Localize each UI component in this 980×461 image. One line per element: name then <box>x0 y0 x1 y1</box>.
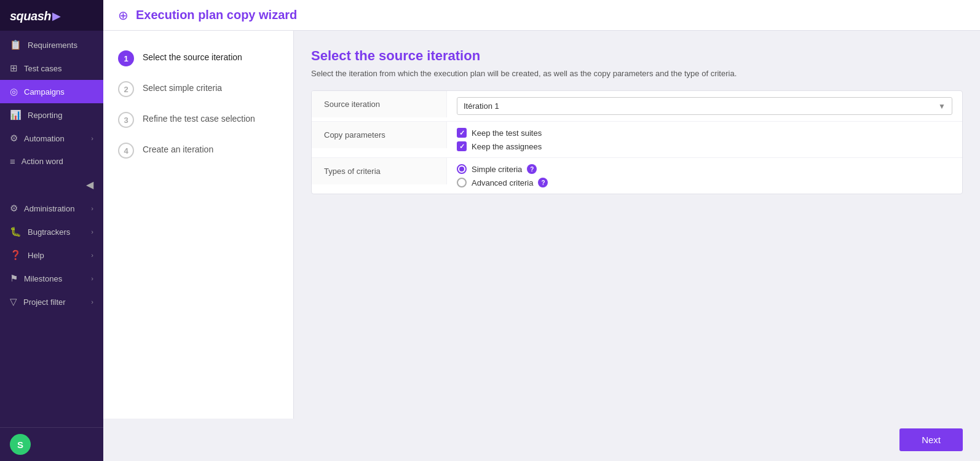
project-filter-icon: ▽ <box>10 296 17 307</box>
bugtrackers-arrow: › <box>91 228 93 235</box>
wizard-footer: Next <box>103 419 980 461</box>
sidebar-item-help[interactable]: ❓ Help › <box>0 243 103 267</box>
keep-test-suites-checkbox[interactable] <box>457 128 467 138</box>
wizard-header: Select the source iteration Select the i… <box>311 48 963 90</box>
sidebar-item-requirements[interactable]: 📋 Requirements <box>0 33 103 57</box>
action-word-icon: ≡ <box>10 156 15 167</box>
requirements-icon: 📋 <box>10 39 22 50</box>
logo-area: squash ▶ <box>0 0 103 31</box>
main-area: ⊕ Execution plan copy wizard 1 Select th… <box>103 0 980 461</box>
sidebar-item-administration[interactable]: ⚙ Administration › <box>0 197 103 220</box>
source-iteration-row: Source iteration Itération 1 ▼ <box>312 91 962 122</box>
sidebar-bottom: S <box>0 427 103 461</box>
milestones-icon: ⚑ <box>10 273 18 284</box>
sidebar-item-automation[interactable]: ⚙ Automation › <box>0 127 103 150</box>
sidebar-item-action-word[interactable]: ≡ Action word <box>0 150 103 173</box>
campaigns-icon: ◎ <box>10 86 18 97</box>
wizard-section-title: Select the source iteration <box>311 48 963 64</box>
keep-assignees-label: Keep the assignees <box>472 142 542 151</box>
help-arrow: › <box>91 251 93 259</box>
administration-arrow: › <box>91 205 93 212</box>
wizard-step-2[interactable]: 2 Select simple criteria <box>103 74 293 104</box>
advanced-criteria-help-icon[interactable]: ? <box>538 178 548 187</box>
keep-test-suites-label: Keep the test suites <box>472 128 542 138</box>
logo-text: squash <box>10 9 51 23</box>
step-label-2: Select simple criteria <box>143 81 222 93</box>
wizard-step-3[interactable]: 3 Refine the test case selection <box>103 104 293 135</box>
topbar: ⊕ Execution plan copy wizard <box>103 0 980 31</box>
source-iteration-chevron: ▼ <box>938 102 946 111</box>
wizard-section-description: Select the iteration from which the exec… <box>311 69 963 78</box>
sidebar-item-bugtrackers[interactable]: 🐛 Bugtrackers › <box>0 220 103 243</box>
types-criteria-row: Types of criteria Simple criteria ? Adva… <box>312 158 962 194</box>
user-avatar[interactable]: S <box>10 434 31 455</box>
bugtrackers-icon: 🐛 <box>10 226 22 237</box>
sidebar-item-project-filter[interactable]: ▽ Project filter › <box>0 290 103 313</box>
sidebar: squash ▶ 📋 Requirements ⊞ Test cases ◎ C… <box>0 0 103 461</box>
step-label-4: Create an iteration <box>143 143 213 154</box>
keep-assignees-checkbox[interactable] <box>457 141 467 151</box>
reporting-icon: 📊 <box>10 109 22 120</box>
milestones-arrow: › <box>91 275 93 282</box>
copy-parameters-value: Keep the test suites Keep the assignees <box>447 122 962 157</box>
content-area: 1 Select the source iteration 2 Select s… <box>103 31 980 419</box>
automation-arrow: › <box>91 135 93 142</box>
simple-criteria-help-icon[interactable]: ? <box>527 164 537 174</box>
step-number-2: 2 <box>118 81 134 97</box>
logo-arrow: ▶ <box>52 9 61 23</box>
advanced-criteria-radio[interactable] <box>457 178 467 187</box>
sidebar-label-milestones: Milestones <box>24 274 85 283</box>
sidebar-item-test-cases[interactable]: ⊞ Test cases <box>0 57 103 80</box>
sidebar-item-reporting[interactable]: 📊 Reporting <box>0 103 103 127</box>
sidebar-label-administration: Administration <box>24 204 85 213</box>
back-button[interactable]: ⊕ <box>118 8 128 23</box>
keep-assignees-row[interactable]: Keep the assignees <box>457 141 952 151</box>
step-label-1: Select the source iteration <box>143 50 242 62</box>
wizard-step-4[interactable]: 4 Create an iteration <box>103 135 293 166</box>
project-filter-arrow: › <box>91 298 93 305</box>
advanced-criteria-label: Advanced criteria <box>472 178 533 187</box>
sidebar-label-automation: Automation <box>24 134 85 143</box>
collapse-icon: ◀ <box>86 179 93 191</box>
wizard-form: Source iteration Itération 1 ▼ Copy para… <box>311 90 963 194</box>
sidebar-item-milestones[interactable]: ⚑ Milestones › <box>0 267 103 290</box>
simple-criteria-radio[interactable] <box>457 164 467 174</box>
help-icon: ❓ <box>10 250 22 261</box>
test-cases-icon: ⊞ <box>10 63 18 74</box>
sidebar-label-action-word: Action word <box>22 157 93 166</box>
step-number-1: 1 <box>118 50 134 66</box>
source-iteration-label: Source iteration <box>312 91 447 117</box>
simple-criteria-label: Simple criteria <box>472 165 522 174</box>
source-iteration-value: Itération 1 ▼ <box>447 91 962 121</box>
copy-parameters-label: Copy parameters <box>312 122 447 148</box>
types-criteria-value: Simple criteria ? Advanced criteria ? <box>447 158 962 194</box>
sidebar-label-project-filter: Project filter <box>23 297 85 307</box>
copy-parameters-row: Copy parameters Keep the test suites Kee… <box>312 122 962 158</box>
automation-icon: ⚙ <box>10 133 18 144</box>
wizard-steps-sidebar: 1 Select the source iteration 2 Select s… <box>103 31 294 419</box>
sidebar-item-campaigns[interactable]: ◎ Campaigns <box>0 80 103 103</box>
wizard-content: Select the source iteration Select the i… <box>294 31 980 419</box>
next-button[interactable]: Next <box>899 428 963 451</box>
wizard-step-1[interactable]: 1 Select the source iteration <box>103 43 293 74</box>
sidebar-nav: 📋 Requirements ⊞ Test cases ◎ Campaigns … <box>0 31 103 427</box>
keep-test-suites-row[interactable]: Keep the test suites <box>457 128 952 138</box>
types-criteria-label: Types of criteria <box>312 158 447 184</box>
administration-icon: ⚙ <box>10 203 18 214</box>
sidebar-label-campaigns: Campaigns <box>24 87 93 97</box>
page-title: Execution plan copy wizard <box>136 8 297 22</box>
step-number-3: 3 <box>118 112 134 128</box>
sidebar-label-test-cases: Test cases <box>24 64 93 73</box>
sidebar-label-requirements: Requirements <box>28 41 93 50</box>
source-iteration-select[interactable]: Itération 1 ▼ <box>457 97 952 115</box>
step-number-4: 4 <box>118 143 134 159</box>
simple-criteria-row[interactable]: Simple criteria ? <box>457 164 952 174</box>
sidebar-label-bugtrackers: Bugtrackers <box>28 227 85 237</box>
sidebar-label-reporting: Reporting <box>28 111 93 120</box>
advanced-criteria-row[interactable]: Advanced criteria ? <box>457 178 952 187</box>
source-iteration-selected-value: Itération 1 <box>464 101 499 111</box>
sidebar-label-help: Help <box>28 251 85 260</box>
step-label-3: Refine the test case selection <box>143 112 255 124</box>
sidebar-collapse-button[interactable]: ◀ <box>0 173 103 197</box>
